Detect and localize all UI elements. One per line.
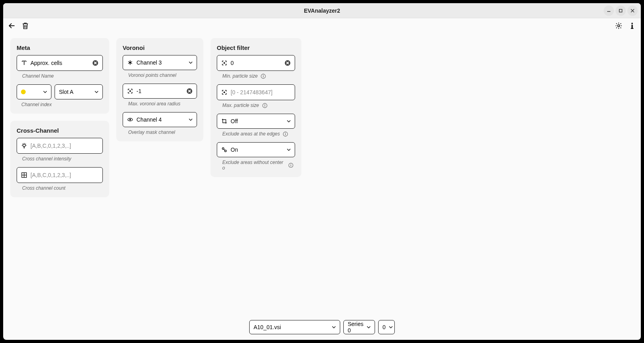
overlay-mask-select[interactable]: Channel 4 [123,112,197,127]
object-filter-panel: Object filter Min. particle size [210,38,301,177]
min-particle-text[interactable] [231,60,281,66]
meta-panel-title: Meta [14,43,105,55]
svg-point-24 [129,119,131,120]
slot-select[interactable]: Slot A [55,84,103,99]
color-select[interactable] [17,84,51,99]
maximize-button[interactable] [616,6,626,16]
exclude-center-select[interactable]: On [217,142,295,157]
link-icon [221,147,227,153]
chevron-down-icon [367,324,371,331]
voronoi-points-select[interactable]: Channel 3 [123,55,197,70]
clear-icon[interactable] [92,60,98,66]
cross-channel-panel: Cross-Channel Cross channel intensity [10,121,109,197]
svg-point-14 [23,144,25,147]
clear-icon[interactable] [284,60,291,66]
min-particle-hint: Min. particle size [217,71,295,79]
chevron-down-icon [389,324,393,331]
info-icon[interactable] [628,22,636,30]
chevron-down-icon [189,59,193,66]
min-particle-input[interactable] [217,55,295,71]
slot-select-value: Slot A [59,89,91,95]
info-circle-icon[interactable] [283,131,288,137]
focus-icon [221,60,227,66]
focus-icon [127,88,133,94]
chevron-down-icon [332,324,336,331]
focus-icon [221,89,227,95]
voronoi-radius-hint: Max. voronoi area radius [123,99,197,107]
lightbulb-icon [21,143,27,149]
svg-rect-38 [285,133,286,135]
color-swatch-icon [21,90,26,94]
svg-point-19 [130,91,131,92]
voronoi-radius-input[interactable] [123,84,197,99]
svg-point-37 [285,133,286,133]
minimize-button[interactable] [604,6,614,16]
svg-rect-1 [619,9,622,12]
file-select-value: A10_01.vsi [254,324,329,330]
max-particle-input[interactable] [217,84,295,100]
max-particle-text[interactable] [231,89,291,95]
gear-icon[interactable] [615,22,623,30]
svg-point-18 [129,62,131,63]
channel-name-hint: Channel Name [17,71,103,79]
object-filter-title: Object filter [214,43,297,55]
titlebar: EVAnalayzer2 [3,3,641,18]
voronoi-points-value: Channel 3 [136,59,186,66]
meta-panel: Meta Channel Name [10,38,109,114]
overlay-mask-value: Channel 4 [136,116,186,123]
channel-name-input[interactable] [17,55,103,71]
crop-icon [221,118,227,124]
window-controls [604,3,638,18]
exclude-edges-select[interactable]: Off [217,114,295,129]
svg-rect-44 [291,165,291,166]
overlay-mask-hint: Overlay mask channel [123,127,197,135]
info-circle-icon[interactable] [262,103,267,108]
svg-point-34 [264,104,265,105]
svg-point-32 [224,92,225,93]
exclude-edges-value: Off [231,118,284,124]
channel-index-hint: Channel index [14,99,105,107]
svg-point-8 [631,23,633,24]
svg-point-7 [617,25,619,27]
footer: A10_01.vsi Series 0 0 [3,314,641,340]
toolbar [3,18,641,33]
max-particle-hint: Max. particle size [217,100,295,108]
cross-intensity-text[interactable] [30,143,98,149]
file-select[interactable]: A10_01.vsi [249,320,340,334]
cross-count-text[interactable] [30,172,98,178]
channel-name-text[interactable] [30,60,89,66]
index-select-value: 0 [383,324,386,330]
chevron-down-icon [189,116,193,123]
chevron-down-icon [287,118,291,125]
main-content: Meta Channel Name [3,33,641,314]
voronoi-radius-text[interactable] [136,88,183,94]
svg-point-30 [263,75,264,76]
svg-point-25 [224,63,225,64]
cross-channel-title: Cross-Channel [14,126,105,138]
info-circle-icon[interactable] [261,74,266,79]
grid-icon [21,172,27,178]
cross-intensity-input[interactable] [17,138,103,154]
type-icon [21,60,27,66]
svg-rect-31 [263,76,263,77]
cross-count-hint: Cross channel count [17,183,103,191]
svg-line-41 [224,149,225,151]
svg-point-43 [291,164,292,164]
exclude-edges-hint: Exclude areas at the edges [217,129,295,137]
cross-count-input[interactable] [17,167,103,183]
series-select-value: Series 0 [348,321,364,333]
voronoi-title: Voronoi [120,43,199,55]
cross-intensity-hint: Cross channel intensity [17,154,103,162]
info-circle-icon[interactable] [288,163,294,168]
back-icon[interactable] [8,22,16,30]
index-select[interactable]: 0 [378,320,395,334]
chevron-down-icon [95,88,98,95]
svg-rect-35 [265,105,265,107]
clear-icon[interactable] [186,88,193,94]
trash-icon[interactable] [21,22,29,30]
voronoi-icon [127,59,133,66]
close-button[interactable] [627,6,638,16]
series-select[interactable]: Series 0 [343,320,375,334]
exclude-center-value: On [231,147,284,153]
chevron-down-icon [287,146,291,153]
